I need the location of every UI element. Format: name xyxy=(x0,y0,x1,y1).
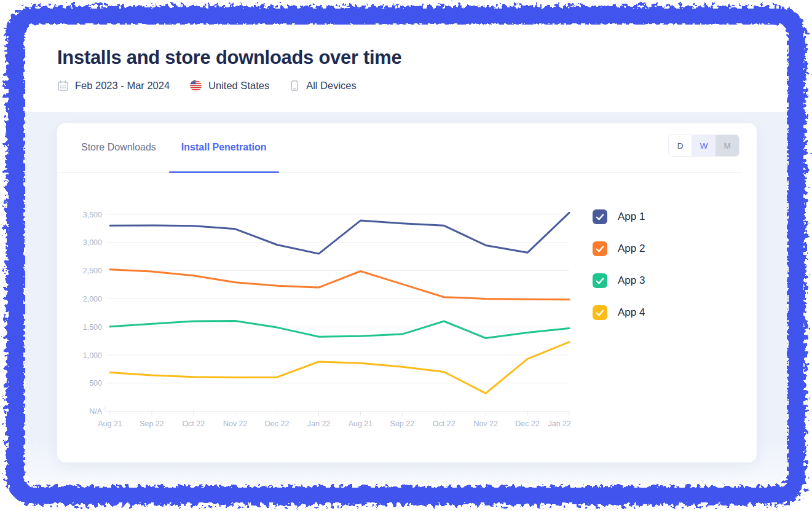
y-axis-label: 1,500 xyxy=(83,323,102,332)
legend-checkbox-checked[interactable] xyxy=(593,241,607,256)
y-axis-label: 3,500 xyxy=(83,211,102,219)
filter-bar: Feb 2023 - Mar 2024 xyxy=(57,79,755,92)
legend-checkbox-checked[interactable] xyxy=(593,209,607,224)
app-window: Installs and store downloads over time xyxy=(0,0,812,511)
x-axis-label: Oct 22 xyxy=(182,419,205,428)
granularity-day-button[interactable]: D xyxy=(669,135,692,156)
date-range-filter[interactable]: Feb 2023 - Mar 2024 xyxy=(57,80,170,92)
date-range-label: Feb 2023 - Mar 2024 xyxy=(75,80,170,92)
x-axis-label: Oct 22 xyxy=(433,419,455,428)
us-flag-icon xyxy=(189,79,202,92)
page-title: Installs and store downloads over time xyxy=(57,47,755,69)
dashboard-panel: Installs and store downloads over time xyxy=(25,25,787,484)
x-axis-label: Jan 22 xyxy=(307,419,331,428)
y-axis-label: 2,500 xyxy=(83,267,102,275)
y-axis-label: 1,000 xyxy=(83,351,102,360)
devices-filter[interactable]: All Devices xyxy=(289,80,357,92)
legend: App 1App 2App 3App 4 xyxy=(593,209,645,337)
legend-label: App 1 xyxy=(618,211,645,223)
granularity-month-button[interactable]: M xyxy=(715,135,739,156)
checkmark-icon xyxy=(594,211,605,222)
page-header: Installs and store downloads over time xyxy=(57,47,755,92)
y-axis-label: 500 xyxy=(89,379,102,388)
tab-bar: Store Downloads Install Penetration xyxy=(57,123,742,173)
x-axis-label: Dec 22 xyxy=(265,419,290,428)
country-label: United States xyxy=(208,80,269,92)
line-chart: 3,5003,0002,5002,0001,5001,000500N/AAug … xyxy=(57,184,757,442)
legend-label: App 3 xyxy=(618,275,645,287)
x-axis-label: Nov 22 xyxy=(223,419,248,428)
calendar-icon xyxy=(57,80,69,92)
x-axis-label: Aug 21 xyxy=(349,419,373,428)
checkmark-icon xyxy=(594,243,605,254)
x-axis-label: Sep 22 xyxy=(390,419,415,428)
legend-checkbox-checked[interactable] xyxy=(593,305,607,320)
legend-checkbox-checked[interactable] xyxy=(593,273,607,288)
granularity-week-button[interactable]: W xyxy=(692,135,715,156)
y-axis-label: 2,000 xyxy=(83,295,102,303)
legend-item-app-3[interactable]: App 3 xyxy=(593,273,645,288)
y-axis-label: 3,000 xyxy=(83,238,102,247)
x-axis-label: Dec 22 xyxy=(515,419,540,428)
device-icon xyxy=(289,80,300,92)
legend-label: App 4 xyxy=(618,306,645,319)
tab-store-downloads[interactable]: Store Downloads xyxy=(81,123,156,172)
tab-install-penetration[interactable]: Install Penetration xyxy=(169,123,279,172)
x-axis-label: Aug 21 xyxy=(98,419,122,428)
x-axis-label: Jan 22 xyxy=(548,419,571,428)
country-filter[interactable]: United States xyxy=(189,79,269,92)
legend-item-app-2[interactable]: App 2 xyxy=(593,241,645,256)
y-axis-label: N/A xyxy=(89,407,103,416)
chart-card: Store Downloads Install Penetration D W … xyxy=(57,123,757,462)
series-line-app-4 xyxy=(110,342,569,393)
series-line-app-1 xyxy=(110,213,569,254)
legend-item-app-4[interactable]: App 4 xyxy=(593,305,645,320)
series-line-app-3 xyxy=(110,321,569,338)
series-line-app-2 xyxy=(110,270,569,300)
devices-label: All Devices xyxy=(306,80,357,92)
legend-item-app-1[interactable]: App 1 xyxy=(593,209,645,224)
granularity-toggle: D W M xyxy=(668,135,739,157)
x-axis-label: Sep 22 xyxy=(140,419,164,428)
checkmark-icon xyxy=(594,275,605,286)
legend-label: App 2 xyxy=(618,243,645,255)
checkmark-icon xyxy=(594,307,605,318)
x-axis-label: Nov 22 xyxy=(473,419,498,428)
